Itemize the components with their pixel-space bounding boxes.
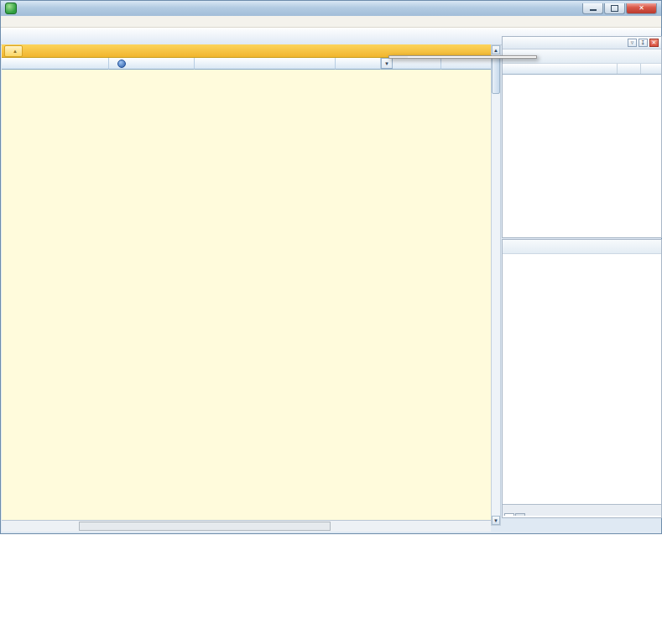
sort-ascending-icon: ▲ <box>13 49 18 54</box>
priority-dot-icon <box>117 60 126 68</box>
task-count <box>79 522 331 531</box>
maximize-button[interactable] <box>604 3 625 14</box>
column-header-done[interactable] <box>2 58 109 70</box>
close-icon: ✕ <box>639 5 644 12</box>
task-list <box>2 70 491 520</box>
grid-column-headers: ▼ <box>2 58 491 70</box>
total-column[interactable] <box>641 64 661 74</box>
tab-navigation-bar[interactable] <box>515 513 525 516</box>
pin-icon[interactable]: ↧ <box>639 39 648 47</box>
scroll-up-button[interactable]: ▲ <box>492 45 500 55</box>
categories-grid-header <box>503 64 661 75</box>
autohide-icon[interactable]: ▿ <box>628 39 637 47</box>
column-chooser-button[interactable]: ▼ <box>381 58 393 69</box>
app-icon <box>5 3 17 14</box>
close-button[interactable]: ✕ <box>626 3 657 14</box>
filters-toolbar <box>503 240 661 254</box>
scrollbar-thumb[interactable] <box>492 55 500 94</box>
filters-bar-panel <box>502 239 662 518</box>
menu-bar <box>1 16 661 28</box>
panel-buttons: ▿ ↧ ✕ <box>628 39 659 47</box>
minimize-button[interactable] <box>582 3 603 14</box>
categories-bar-panel: ▿ ↧ ✕ <box>502 36 662 238</box>
categories-bar-caption: ▿ ↧ ✕ <box>503 37 661 49</box>
scroll-down-button[interactable]: ▼ <box>492 516 500 525</box>
category-name-column[interactable] <box>503 64 618 74</box>
grid-status-bar <box>2 520 491 532</box>
undone-column[interactable] <box>618 64 641 74</box>
app-window: ✕ ▲ ▼ ▲ ▼ <box>0 0 662 534</box>
screenshot-canvas: ✕ ▲ ▼ ▲ ▼ <box>0 0 662 644</box>
panel-close-icon[interactable]: ✕ <box>649 39 659 47</box>
group-by-category-button[interactable]: ▲ <box>4 45 23 57</box>
tab-filters-bar[interactable] <box>504 513 514 516</box>
title-bar: ✕ <box>1 1 661 16</box>
column-header-info[interactable] <box>109 58 195 70</box>
minimize-icon <box>590 9 597 11</box>
window-buttons: ✕ <box>582 3 657 14</box>
column-header-name[interactable] <box>195 58 336 70</box>
vertical-scrollbar[interactable]: ▲ ▼ <box>491 44 501 526</box>
column-header-percent[interactable] <box>441 58 491 70</box>
task-context-menu <box>388 55 537 59</box>
panel-tabs <box>503 504 661 516</box>
maximize-icon <box>611 5 618 12</box>
column-header-priority[interactable] <box>336 58 381 70</box>
